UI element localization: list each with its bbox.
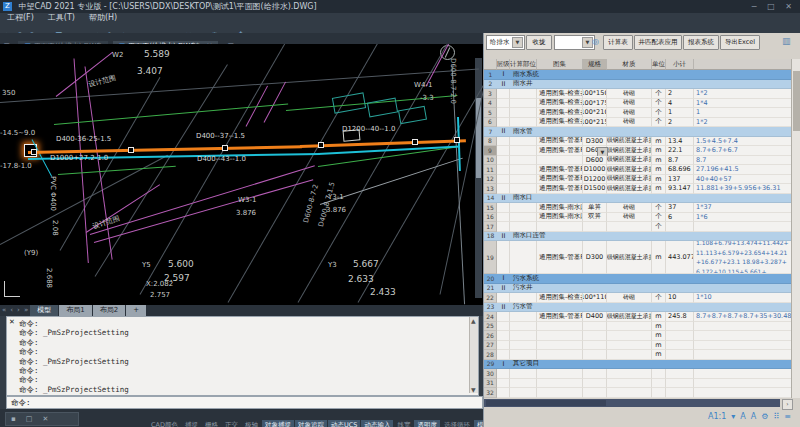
toggle-动态输入[interactable]: 动态输入	[361, 420, 393, 427]
layout-nav-icon[interactable]: ‹	[8, 305, 15, 316]
spec-cell: 1100*1750	[583, 99, 607, 109]
table-horizontal-scrollbar[interactable]	[484, 399, 780, 407]
layout-tab-+[interactable]: +	[126, 305, 146, 316]
table-row[interactable]: 9通用图集-管基P1D600II级钢筋混凝土承插m22.18.7+6.7+6.7	[484, 146, 792, 156]
table-row[interactable]: 32	[484, 388, 792, 398]
table-row[interactable]: 7II雨水管	[484, 127, 792, 137]
part-cell	[510, 322, 537, 332]
table-row[interactable]: 4通用图集-检查井P1100*1750砖砌个41*4	[484, 99, 792, 109]
table-row[interactable]: 11通用图集-管基P1D1000II级钢筋混凝土承插m68.69627.196+…	[484, 165, 792, 175]
collapse-button[interactable]: 收拢	[526, 35, 552, 50]
toggle-正交[interactable]: 正交	[222, 420, 241, 427]
column-header[interactable]: 材质	[607, 59, 652, 70]
toggle-CAD颜色[interactable]: CAD颜色	[148, 420, 181, 427]
toggle-极轴[interactable]: 极轴	[242, 420, 261, 427]
table-row[interactable]: 24通用图集-管基P1D400II级钢筋混凝土承插m245.88.7+8.7+8…	[484, 312, 792, 322]
scroll-right-icon[interactable]: ›	[782, 399, 793, 410]
drawing-canvas[interactable]: W25.5893.407设计范围W4-1-3.3D600-8.7-2.0350-…	[0, 44, 483, 305]
table-row[interactable]: 31	[484, 379, 792, 389]
search-combobox[interactable]: ▼	[554, 35, 595, 50]
table-row[interactable]: 17个	[484, 222, 792, 232]
table-row[interactable]: 27m	[484, 341, 792, 351]
command-history-window[interactable]: ✕ 命令: 命令: _PmSzProjectSetting 命令: 命令: 命令…	[6, 316, 479, 396]
table-row[interactable]: 19通用图集-管基P2D300II级钢筋混凝土承插m443.0771.108+6…	[484, 241, 792, 274]
table-row[interactable]: 25m	[484, 322, 792, 332]
restore-icon[interactable]: □	[21, 415, 38, 423]
table-row[interactable]: 20I污水系统	[484, 274, 792, 284]
toggle-线宽[interactable]: 线宽	[394, 420, 413, 427]
layout-tab-布局1[interactable]: 布局1	[59, 305, 91, 316]
table-row[interactable]: 6通用图集-检查井P1100*2150砖砌个21*2	[484, 118, 792, 128]
column-header[interactable]: 图集	[537, 59, 583, 70]
command-input[interactable]: 命令:	[6, 396, 483, 409]
column-header[interactable]: 层级	[497, 59, 510, 70]
menu-item-2[interactable]: 帮助(H)	[82, 13, 124, 23]
column-header[interactable]: 计算部位	[510, 59, 537, 70]
toggle-对象追踪[interactable]: 对象追踪	[295, 420, 327, 427]
table-row[interactable]: 1I雨水系统	[484, 70, 792, 80]
table-row[interactable]: 18II雨水口连管	[484, 232, 792, 242]
table-row[interactable]: 28m	[484, 350, 792, 360]
command-scrollbar[interactable]: ▲ ▼	[469, 317, 478, 393]
unit-cell: m	[652, 137, 666, 147]
close-icon[interactable]: ✕	[9, 318, 15, 326]
toggle-捕捉[interactable]: 捕捉	[182, 420, 201, 427]
report-system-button[interactable]: 报表系统	[683, 35, 719, 50]
gear-icon[interactable]: ⚙	[761, 412, 768, 421]
layout-tab-布局2[interactable]: 布局2	[93, 305, 125, 316]
column-header[interactable]	[484, 59, 497, 70]
export-excel-button[interactable]: 导出Excel	[720, 35, 760, 50]
scroll-down-icon[interactable]: ▼	[471, 386, 476, 393]
table-row[interactable]: 3通用图集-检查井P1100*1500砖砌个21*2	[484, 89, 792, 99]
cad-text-label: 3.876	[236, 210, 256, 217]
menu-icon[interactable]: ≡	[784, 412, 791, 421]
column-header[interactable]: 单位	[652, 59, 666, 70]
annotation-scale-label[interactable]: A1:1	[708, 412, 726, 421]
table-row[interactable]: 26m	[484, 331, 792, 341]
table-row[interactable]: 23II污水管	[484, 303, 792, 313]
window-controls[interactable]: ─ □ ✕	[752, 0, 796, 13]
table-row[interactable]: 14II雨水口	[484, 194, 792, 204]
table-row[interactable]: 15通用图集-雨水口P单箅砖砌个371*37	[484, 203, 792, 213]
well-match-apply-button[interactable]: 井匹配表应用	[634, 35, 682, 50]
table-row[interactable]: 21II污水井	[484, 284, 792, 294]
panel-icon[interactable]: ▪	[6, 415, 21, 423]
toggle-透明度[interactable]: 透明度	[414, 420, 440, 427]
table-row[interactable]: 16通用图集-雨水口P双箅砖砌个61*6	[484, 213, 792, 223]
annotation-show-icon[interactable]: A	[740, 412, 745, 421]
column-header[interactable]: 小计	[666, 59, 694, 70]
table-row[interactable]: 8通用图集-管基PSD300II级钢筋混凝土承插m13.41.5+4.5+7.4	[484, 137, 792, 147]
layout-nav-icon[interactable]: »	[22, 305, 30, 316]
toggle-栅格[interactable]: 栅格	[202, 420, 221, 427]
menu-item-0[interactable]: 工程(F)	[0, 13, 41, 23]
toggle-选择循环[interactable]: 选择循环	[441, 420, 473, 427]
table-row[interactable]: 30	[484, 369, 792, 379]
column-header[interactable]	[694, 59, 792, 70]
toggle-对象捕捉[interactable]: 对象捕捉	[262, 420, 294, 427]
calc-table-button[interactable]: 计算表	[603, 35, 633, 50]
menu-item-1[interactable]: 工具(T)	[41, 13, 82, 23]
panel-columns-icon[interactable]: ▥	[782, 35, 791, 48]
table-row[interactable]: 5通用图集-检查井P1100*2100砖砌个11	[484, 108, 792, 118]
scroll-up-icon[interactable]: ▲	[471, 317, 476, 324]
layout-nav-icon[interactable]: ›	[15, 305, 22, 316]
table-row[interactable]: 10D600II级钢筋混凝土承插m8.78.7	[484, 156, 792, 166]
table-row[interactable]: 13通用图集-管基P1D1500II级钢筋混凝土承插m93.14711.881+…	[484, 184, 792, 194]
grid-icon[interactable]: ⠿	[773, 412, 779, 421]
column-header[interactable]: 规格	[583, 59, 607, 70]
annotation-add-icon[interactable]: A	[751, 412, 756, 421]
layout-tab-模型[interactable]: 模型	[30, 305, 58, 316]
table-row[interactable]: 12通用图集-管基PSD1200II级钢筋混凝土承插m13740+40+57	[484, 175, 792, 185]
close-icon[interactable]: ✕	[37, 415, 53, 423]
scale-dropdown-icon[interactable]: ▾	[731, 412, 735, 421]
layout-nav-icon[interactable]: «	[0, 305, 8, 316]
table-row[interactable]: 2II雨水井	[484, 80, 792, 90]
table-row[interactable]: 22通用图集-检查井P1100*1100砖砌个101*10	[484, 293, 792, 303]
docked-window-bar[interactable]: ▪□✕	[5, 412, 79, 426]
search-icon[interactable]: ◎	[592, 35, 599, 48]
discipline-select[interactable]: 给排水 ▼	[486, 35, 525, 50]
table-row[interactable]: 29I其它项目	[484, 360, 792, 370]
section-label: 雨水口连管	[510, 232, 792, 242]
toggle-动态UCS[interactable]: 动态UCS	[328, 420, 360, 427]
table-vertical-scrollbar[interactable]	[791, 59, 800, 398]
